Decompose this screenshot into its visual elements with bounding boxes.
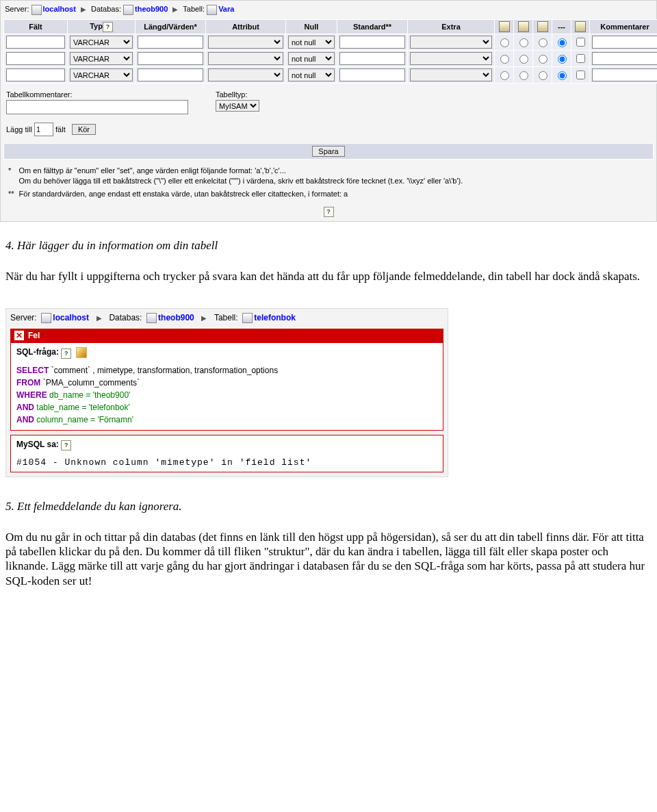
field-extra-select[interactable]: [410, 52, 492, 65]
mysql-error-message: #1054 - Unknown column 'mimetype' in 'fi…: [16, 457, 437, 468]
col-type: Typ?: [68, 20, 136, 34]
table-type-select[interactable]: MyISAM: [216, 100, 259, 112]
unique-radio[interactable]: [539, 38, 548, 47]
index-icon: [518, 21, 529, 32]
help-icon[interactable]: ?: [61, 348, 71, 359]
field-type-select[interactable]: VARCHAR: [70, 68, 133, 81]
footnotes: * Om en fälttyp är "enum" eller "set", a…: [3, 160, 467, 203]
table-comments-label: Tabellkommentarer:: [6, 90, 188, 99]
add-fields-prefix: Lägg till: [6, 125, 32, 134]
primary-key-icon: [499, 21, 510, 32]
fields-grid: Fält Typ? Längd/Värden* Attribut Null St…: [3, 19, 657, 84]
field-null-select[interactable]: not null: [288, 36, 335, 49]
field-row: VARCHAR not null: [4, 67, 658, 84]
unique-radio[interactable]: [539, 55, 548, 64]
body-paragraph: När du har fyllt i uppgifterna och tryck…: [5, 269, 652, 283]
field-name-input[interactable]: [6, 68, 65, 81]
help-icon[interactable]: ?: [324, 207, 334, 217]
fulltext-check[interactable]: [576, 71, 585, 79]
database-label: Databas:: [109, 313, 142, 322]
run-button[interactable]: Kör: [72, 124, 96, 135]
field-extra-select[interactable]: [410, 68, 492, 81]
field-comment-input[interactable]: [592, 68, 657, 81]
figure-caption-5: 5. Ett felmeddelande du kan ignorera.: [5, 499, 652, 513]
field-default-input[interactable]: [339, 36, 405, 49]
chevron-right-icon: ▶: [201, 314, 207, 322]
host-icon: [41, 313, 51, 323]
help-icon[interactable]: ?: [103, 22, 113, 32]
col-primary: [495, 20, 514, 34]
field-row: VARCHAR not null: [4, 34, 658, 51]
none-radio[interactable]: [558, 38, 567, 47]
server-link[interactable]: localhost: [43, 5, 76, 13]
index-radio[interactable]: [519, 55, 528, 64]
database-icon: [123, 5, 133, 15]
primary-radio[interactable]: [500, 55, 509, 64]
server-label: Server:: [5, 5, 29, 13]
table-comments-block: Tabellkommentarer:: [6, 90, 188, 114]
table-comments-input[interactable]: [6, 100, 188, 114]
database-link[interactable]: theob900: [135, 5, 168, 13]
add-fields-count-input[interactable]: [34, 123, 53, 136]
pma-create-table-panel: Server: localhost ▶ Databas: theob900 ▶ …: [0, 0, 657, 222]
index-radio[interactable]: [519, 38, 528, 47]
primary-radio[interactable]: [500, 71, 509, 80]
field-extra-select[interactable]: [410, 36, 492, 49]
col-field: Fält: [4, 20, 68, 34]
fulltext-check[interactable]: [576, 54, 585, 63]
none-radio[interactable]: [558, 55, 567, 64]
unique-icon: [537, 21, 548, 32]
field-null-select[interactable]: not null: [288, 52, 335, 65]
field-type-select[interactable]: VARCHAR: [70, 52, 133, 65]
save-button[interactable]: Spara: [312, 146, 344, 157]
table-link[interactable]: telefonbok: [254, 313, 296, 322]
field-comment-input[interactable]: [592, 52, 657, 65]
field-length-input[interactable]: [138, 68, 203, 81]
table-icon: [242, 313, 253, 323]
figure-caption-4: 4. Här lägger du in information om din t…: [5, 238, 652, 253]
index-radio[interactable]: [519, 71, 528, 80]
col-index: [514, 20, 533, 34]
col-attr: Attribut: [206, 20, 286, 34]
field-comment-input[interactable]: [592, 36, 657, 49]
field-attr-select[interactable]: [208, 52, 283, 65]
chevron-right-icon: ▶: [96, 314, 102, 322]
table-type-block: Tabelltyp: MyISAM: [216, 90, 259, 114]
save-bar: Spara: [3, 143, 654, 160]
sql-text: db_name = 'theob900': [47, 390, 131, 400]
add-fields-row: Lägg till fält Kör: [3, 117, 654, 139]
help-icon[interactable]: ?: [61, 440, 71, 451]
chevron-right-icon: ▶: [81, 5, 86, 13]
field-attr-select[interactable]: [208, 36, 283, 49]
table-icon: [207, 5, 217, 15]
field-null-select[interactable]: not null: [288, 68, 335, 81]
col-unique: [533, 20, 552, 34]
field-default-input[interactable]: [339, 68, 405, 81]
database-icon: [146, 313, 157, 323]
fulltext-check[interactable]: [576, 38, 585, 47]
footnote-text: Om en fälttyp är "enum" eller "set", ang…: [19, 166, 463, 176]
field-name-input[interactable]: [6, 52, 65, 65]
table-label: Tabell:: [183, 5, 205, 13]
field-name-input[interactable]: [6, 36, 65, 49]
field-length-input[interactable]: [138, 52, 203, 65]
none-radio[interactable]: [558, 71, 567, 80]
field-default-input[interactable]: [339, 52, 405, 65]
field-length-input[interactable]: [138, 36, 203, 49]
server-link[interactable]: localhost: [53, 313, 89, 322]
chevron-right-icon: ▶: [172, 5, 178, 13]
field-attr-select[interactable]: [208, 68, 283, 81]
breadcrumb: Server: localhost ▶ Databas: theob900 ▶ …: [3, 2, 654, 19]
footnote-text: Om du behöver lägga till ett bakåtstreck…: [19, 176, 463, 186]
edit-icon[interactable]: [76, 347, 87, 358]
fulltext-icon: [575, 21, 586, 32]
primary-radio[interactable]: [500, 38, 509, 47]
footnote-key: **: [8, 188, 17, 200]
table-label: Tabell:: [214, 313, 238, 322]
unique-radio[interactable]: [539, 71, 548, 80]
table-link[interactable]: Vara: [218, 5, 234, 13]
sql-query-box: SQL-fråga: ? SELECT `comment` , mimetype…: [10, 342, 443, 430]
database-link[interactable]: theob900: [158, 313, 194, 322]
table-type-label: Tabelltyp:: [216, 90, 259, 99]
field-type-select[interactable]: VARCHAR: [70, 36, 133, 49]
